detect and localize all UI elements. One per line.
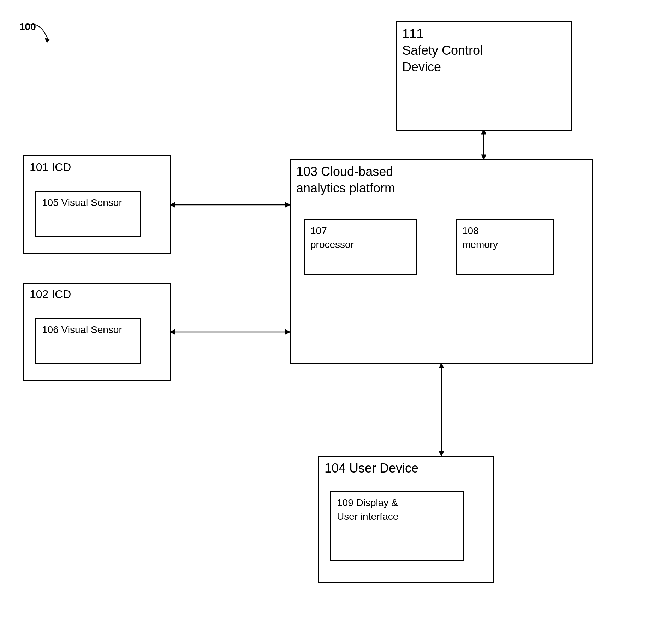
- svg-marker-15: [439, 363, 444, 368]
- box-108: 108memory: [456, 219, 554, 275]
- svg-marker-0: [45, 38, 50, 43]
- box-111: 111Safety ControlDevice: [396, 21, 572, 131]
- box-104-id: 104 User Device: [325, 461, 418, 475]
- box-105: 105 Visual Sensor: [35, 191, 141, 237]
- box-103-id: 103 Cloud-basedanalytics platform: [296, 164, 395, 195]
- box-109: 109 Display &User interface: [330, 491, 464, 561]
- ref-100-label: 100: [19, 21, 36, 32]
- box-106: 106 Visual Sensor: [35, 318, 141, 364]
- box-107: 107processor: [304, 219, 417, 275]
- box-111-id: 111Safety ControlDevice: [402, 26, 483, 74]
- diagram: 100 111Safety Contro: [0, 0, 672, 618]
